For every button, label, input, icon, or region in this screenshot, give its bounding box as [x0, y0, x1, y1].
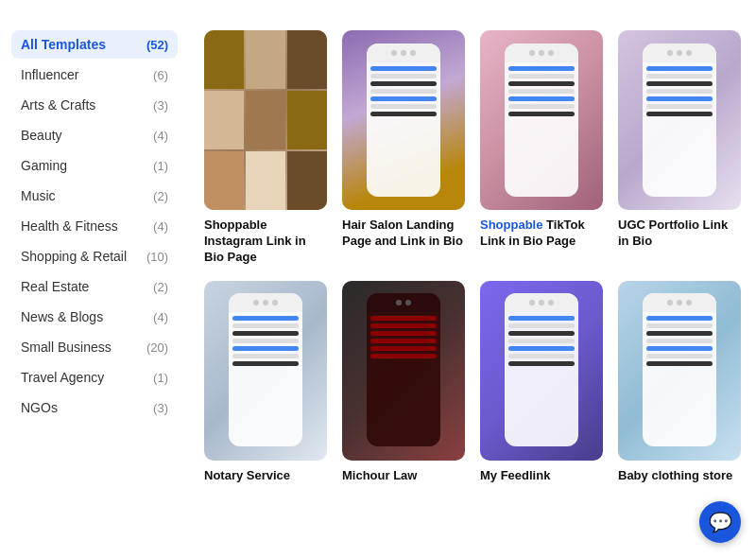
sidebar-count: (20)	[146, 340, 168, 355]
phone-dot	[539, 300, 544, 305]
phone-line	[370, 74, 437, 78]
sidebar-label: Gaming	[21, 158, 67, 173]
phone-line	[370, 89, 437, 94]
phone-line	[232, 323, 299, 328]
sidebar-count: (2)	[153, 189, 168, 203]
phone-mock	[367, 44, 440, 197]
phone-line	[646, 346, 713, 351]
phone-dot	[677, 50, 682, 56]
phone-dot	[686, 300, 692, 305]
phone-dot	[529, 300, 535, 305]
phone-mock	[643, 293, 716, 446]
card-title: Michour Law	[342, 468, 465, 484]
template-card-8[interactable]: Baby clothing store	[618, 281, 741, 484]
phone-body	[367, 312, 440, 446]
template-card-1[interactable]: Shoppable Instagram Link in Bio Page	[204, 30, 327, 266]
sidebar-count: (4)	[153, 129, 168, 143]
sidebar-item-realestate[interactable]: Real Estate(2)	[11, 272, 178, 301]
phone-line	[508, 96, 575, 101]
phone-mock	[505, 44, 578, 197]
card-title: Hair Salon Landing Page and Link in Bio	[342, 218, 465, 250]
template-card-7[interactable]: My Feedlink	[480, 281, 603, 484]
phone-line	[646, 74, 713, 78]
phone-line	[370, 104, 437, 109]
card-image	[618, 281, 741, 461]
phone-header	[505, 44, 578, 62]
sidebar-item-influencer[interactable]: Influencer(6)	[11, 61, 178, 89]
card-title: UGC Portfolio Link in Bio	[618, 218, 741, 250]
phone-line	[370, 354, 437, 358]
phone-line	[646, 96, 713, 101]
sidebar-label: News & Blogs	[21, 309, 103, 324]
sidebar-label: Shopping & Retail	[21, 249, 127, 264]
phone-line	[508, 316, 575, 321]
phone-dot	[548, 300, 554, 305]
sidebar-item-travel[interactable]: Travel Agency(1)	[11, 363, 178, 392]
phone-header	[229, 293, 302, 312]
phone-line	[370, 316, 437, 321]
phone-mock	[367, 293, 440, 446]
sidebar-label: NGOs	[21, 400, 58, 415]
phone-header	[367, 293, 440, 312]
sidebar-item-health[interactable]: Health & Fitness(4)	[11, 212, 178, 240]
template-card-5[interactable]: Notary Service	[204, 281, 327, 484]
content-area: Shoppable Instagram Link in Bio Page Hai…	[189, 30, 756, 558]
sidebar-item-smallbiz[interactable]: Small Business(20)	[11, 333, 178, 361]
phone-line	[232, 354, 299, 358]
sidebar-label: Health & Fitness	[21, 218, 118, 234]
sidebar-label: Real Estate	[21, 279, 89, 294]
sidebar-label: Small Business	[21, 340, 112, 355]
sidebar-count: (1)	[153, 159, 168, 173]
collage-cell	[287, 151, 327, 210]
phone-line	[370, 81, 437, 86]
template-card-3[interactable]: Shoppable TikTok Link in Bio Page	[480, 30, 603, 266]
phone-dot	[401, 50, 406, 56]
phone-body	[367, 62, 440, 197]
sidebar-item-gaming[interactable]: Gaming(1)	[11, 151, 178, 180]
chat-button[interactable]: 💬	[699, 501, 741, 543]
phone-dot	[677, 300, 682, 305]
phone-body	[643, 312, 716, 446]
collage-cell	[287, 91, 327, 149]
sidebar: All Templates(52)Influencer(6)Arts & Cra…	[0, 30, 189, 558]
phone-line	[508, 89, 575, 94]
collage-cell	[204, 30, 244, 89]
phone-line	[370, 96, 437, 101]
sidebar-item-beauty[interactable]: Beauty(4)	[11, 121, 178, 149]
sidebar-item-music[interactable]: Music(2)	[11, 182, 178, 210]
sidebar-item-ngos[interactable]: NGOs(3)	[11, 393, 178, 422]
phone-dot	[529, 50, 535, 56]
phone-dot	[667, 50, 673, 56]
phone-line	[646, 104, 713, 109]
sidebar-item-shopping[interactable]: Shopping & Retail(10)	[11, 242, 178, 270]
template-card-4[interactable]: UGC Portfolio Link in Bio	[618, 30, 741, 266]
phone-mock	[643, 44, 716, 197]
card-image	[342, 30, 465, 210]
sidebar-item-newsblogs[interactable]: News & Blogs(4)	[11, 303, 178, 331]
sidebar-label: All Templates	[21, 37, 106, 52]
sidebar-label: Travel Agency	[21, 370, 104, 385]
sidebar-item-all[interactable]: All Templates(52)	[11, 30, 178, 59]
phone-line	[508, 346, 575, 351]
sidebar-count: (3)	[153, 401, 168, 415]
phone-line	[646, 66, 713, 71]
phone-line	[508, 112, 575, 116]
sidebar-item-arts[interactable]: Arts & Crafts(3)	[11, 91, 178, 119]
phone-line	[508, 81, 575, 86]
phone-line	[646, 81, 713, 86]
template-card-6[interactable]: Michour Law	[342, 281, 465, 484]
phone-dot	[548, 50, 554, 56]
card-image	[342, 281, 465, 461]
phone-line	[646, 323, 713, 328]
phone-dot	[391, 50, 397, 56]
phone-line	[508, 354, 575, 358]
phone-dot	[396, 300, 402, 305]
phone-header	[643, 293, 716, 312]
template-card-2[interactable]: Hair Salon Landing Page and Link in Bio	[342, 30, 465, 266]
phone-header	[505, 293, 578, 312]
phone-dot	[253, 300, 259, 305]
sidebar-count: (6)	[153, 68, 168, 82]
sidebar-label: Music	[21, 188, 56, 203]
phone-line	[232, 361, 299, 366]
phone-dot	[405, 300, 411, 305]
